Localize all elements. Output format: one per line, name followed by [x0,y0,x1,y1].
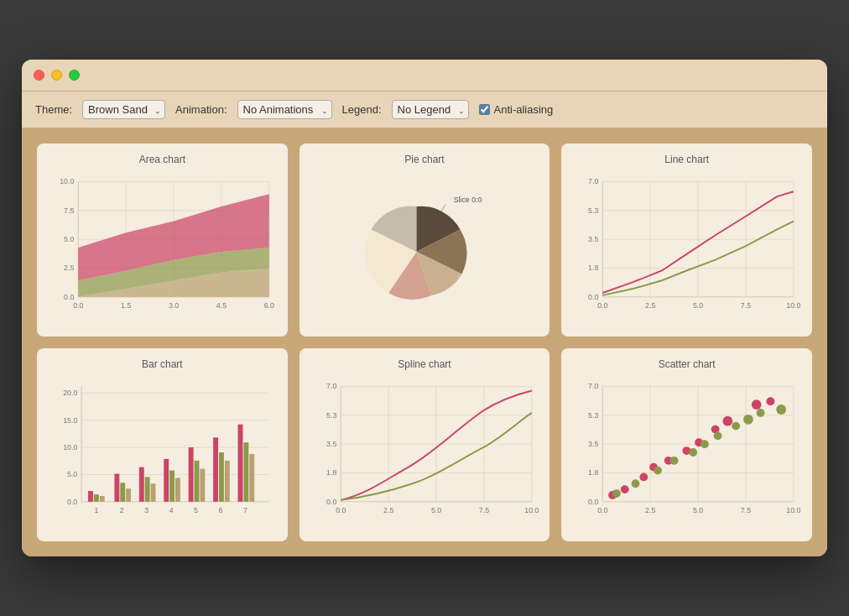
scatter-chart-card: Scatter chart 0.0 1.8 [561,348,812,541]
svg-text:0.0: 0.0 [67,498,77,506]
svg-point-140 [701,440,709,448]
svg-text:2.5: 2.5 [645,506,655,514]
svg-text:Slice 0:0: Slice 0:0 [453,196,482,204]
svg-point-135 [612,489,621,498]
svg-rect-60 [120,483,125,502]
svg-text:1.5: 1.5 [121,301,131,310]
spline-chart-svg: 0.0 1.8 3.5 5.3 7.0 0.0 2.5 5.0 7.5 10.0 [310,375,540,530]
svg-text:3.5: 3.5 [588,235,598,243]
svg-text:0.0: 0.0 [588,498,598,506]
traffic-lights [34,70,80,81]
svg-text:15.0: 15.0 [63,416,77,425]
svg-text:3.5: 3.5 [588,440,598,448]
svg-text:5.3: 5.3 [588,206,598,215]
svg-text:0.0: 0.0 [64,293,74,301]
svg-text:5: 5 [194,506,198,514]
animation-select[interactable]: No Animations Normal Fast Slow [237,100,332,119]
svg-rect-62 [139,467,144,502]
animation-label: Animation: [175,103,227,116]
svg-rect-69 [195,461,200,502]
svg-point-136 [632,479,640,488]
line-chart-card: Line chart 0.0 1.8 [561,144,812,337]
svg-text:1.8: 1.8 [588,264,598,272]
svg-text:7.0: 7.0 [588,382,598,390]
area-chart-area: 0.0 2.5 5.0 7.5 10.0 0.0 1.5 3.0 4.5 6.0 [47,170,278,325]
svg-point-137 [654,467,662,475]
svg-rect-75 [243,442,248,502]
svg-text:7.5: 7.5 [741,506,751,514]
svg-rect-64 [151,483,156,502]
svg-text:5.0: 5.0 [67,470,77,478]
svg-rect-66 [169,471,174,502]
legend-select-wrapper: No Legend Top Bottom Left Right [392,100,469,119]
svg-point-132 [723,416,733,426]
svg-text:5.3: 5.3 [326,411,336,420]
svg-text:7.0: 7.0 [588,177,598,185]
svg-text:0.0: 0.0 [597,301,607,310]
svg-text:3: 3 [144,506,148,514]
svg-rect-74 [238,425,243,502]
pie-chart-card: Pie chart Slice 0:0 [299,144,550,337]
svg-text:3.0: 3.0 [169,301,179,310]
svg-text:5.0: 5.0 [693,506,703,514]
svg-text:5.0: 5.0 [431,506,441,514]
animation-select-wrapper: No Animations Normal Fast Slow [237,100,332,119]
line-chart-title: Line chart [571,154,802,165]
pie-chart-area: Slice 0:0 [310,170,540,325]
svg-text:4.5: 4.5 [216,301,227,310]
area-chart-svg: 0.0 2.5 5.0 7.5 10.0 0.0 1.5 3.0 4.5 6.0 [47,170,278,325]
svg-rect-71 [213,437,218,502]
area-chart-card: Area chart 0 [37,144,288,337]
svg-text:20.0: 20.0 [63,389,77,397]
toolbar: Theme: Brown Sand Default Dark Light Ani… [22,91,827,128]
svg-text:2: 2 [120,506,124,514]
main-window: Theme: Brown Sand Default Dark Light Ani… [22,60,827,556]
svg-point-125 [621,485,629,493]
svg-rect-63 [145,477,150,501]
svg-point-134 [767,397,775,405]
theme-label: Theme: [35,103,72,116]
theme-select[interactable]: Brown Sand Default Dark Light [82,100,165,119]
svg-rect-65 [164,459,169,502]
svg-point-142 [732,422,741,431]
svg-rect-72 [219,452,224,502]
svg-rect-61 [126,488,131,502]
antialiasing-checkbox[interactable] [479,104,490,115]
svg-text:1.8: 1.8 [326,468,336,477]
pie-chart-title: Pie chart [310,154,540,165]
svg-point-143 [743,415,753,425]
svg-point-138 [670,457,679,465]
svg-text:10.0: 10.0 [60,177,74,185]
scatter-chart-title: Scatter chart [571,358,802,370]
svg-text:10.0: 10.0 [787,506,801,514]
legend-select[interactable]: No Legend Top Bottom Left Right [392,100,469,119]
svg-text:7.0: 7.0 [326,382,336,390]
svg-text:7.5: 7.5 [478,506,488,514]
svg-rect-57 [94,494,99,502]
bar-chart-svg: 0.0 5.0 10.0 15.0 20.0 [47,375,278,530]
svg-text:0.0: 0.0 [588,293,598,301]
legend-label: Legend: [342,103,382,116]
svg-point-133 [752,399,762,410]
maximize-button[interactable] [69,70,80,81]
close-button[interactable] [34,70,44,81]
svg-text:1.8: 1.8 [588,468,598,477]
svg-text:0.0: 0.0 [597,506,607,514]
minimize-button[interactable] [51,70,62,81]
titlebar [22,60,827,91]
svg-point-126 [640,473,648,482]
spline-chart-title: Spline chart [310,358,540,370]
svg-text:0.0: 0.0 [326,498,336,506]
svg-text:3.5: 3.5 [326,440,336,448]
svg-text:6: 6 [219,506,223,514]
svg-point-141 [714,431,722,440]
svg-text:7: 7 [243,506,247,514]
scatter-chart-area: 0.0 1.8 3.5 5.3 7.0 0.0 2.5 5.0 7.5 10.0 [571,375,802,530]
svg-text:2.5: 2.5 [645,301,655,310]
svg-text:1: 1 [94,506,98,514]
svg-text:5.0: 5.0 [693,301,703,310]
svg-rect-76 [249,454,254,502]
antialiasing-label[interactable]: Anti-aliasing [479,103,554,116]
svg-text:10.0: 10.0 [524,506,539,514]
line-chart-svg: 0.0 1.8 3.5 5.3 7.0 0.0 2.5 5.0 7.5 10.0 [571,170,802,325]
